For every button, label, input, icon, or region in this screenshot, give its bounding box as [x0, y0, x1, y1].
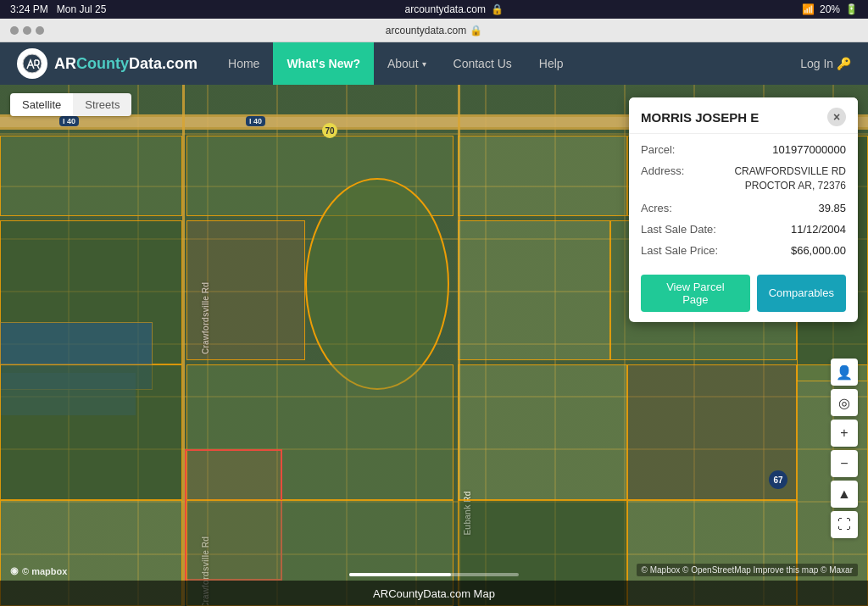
- nav-help[interactable]: Help: [526, 42, 577, 85]
- bottom-bar-text: ARCountyData.com Map: [373, 587, 495, 600]
- sale-price-value: $66,000.00: [791, 244, 846, 257]
- nav-items: Home What's New? About ▾ Contact Us Help: [214, 42, 800, 85]
- satellite-view-button[interactable]: Satellite: [10, 93, 73, 116]
- browser-url: arcountydata.com 🔒: [386, 25, 482, 36]
- battery-indicator: 20%: [820, 3, 840, 15]
- brand: ARCountyData.com: [17, 48, 198, 79]
- popup-acres-row: Acres: 39.85: [629, 197, 858, 219]
- route-70-shield: 70: [322, 123, 337, 138]
- fullscreen-button[interactable]: ⛶: [831, 511, 858, 538]
- field-4: [458, 136, 627, 216]
- navbar: ARCountyData.com Home What's New? About …: [0, 42, 868, 85]
- address-value: CRAWFORDSVILLE RDPROCTOR AR, 72376: [734, 164, 846, 193]
- sale-price-label: Last Sale Price:: [641, 244, 718, 257]
- address-label: Address:: [641, 164, 684, 177]
- popup-sale-date-row: Last Sale Date: 11/12/2004: [629, 219, 858, 240]
- field-7: [458, 220, 610, 360]
- status-indicators: 📶 20% 🔋: [802, 3, 858, 15]
- status-time-date: 3:24 PM Mon Jul 25: [10, 3, 106, 15]
- login-button[interactable]: Log In 🔑: [800, 57, 851, 70]
- field-l3: [458, 364, 627, 500]
- parcel-value: 101977000000: [772, 143, 846, 156]
- popup-sale-price-row: Last Sale Price: $66,000.00: [629, 240, 858, 261]
- view-toggle: Satellite Streets: [10, 93, 131, 116]
- map-container[interactable]: I 40 I 40 70 67 Crawfordsville Rd Eubank…: [0, 85, 868, 606]
- nav-contact[interactable]: Contact Us: [440, 42, 526, 85]
- bottom-bar: ARCountyData.com Map: [0, 581, 868, 606]
- ar-icon: [22, 53, 42, 74]
- popup-address-row: Address: CRAWFORDSVILLE RDPROCTOR AR, 72…: [629, 160, 858, 197]
- lock-icon: 🔒: [491, 3, 504, 15]
- nav-home[interactable]: Home: [214, 42, 273, 85]
- browser-url-bar: arcountydata.com 🔒: [405, 3, 504, 15]
- brand-logo: [17, 48, 47, 79]
- comparables-button[interactable]: Comparables: [757, 275, 846, 312]
- about-dropdown-arrow: ▾: [422, 59, 426, 69]
- parcel-popup: MORRIS JOSEPH E × Parcel: 101977000000 A…: [629, 97, 858, 322]
- popup-title: MORRIS JOSEPH E: [641, 110, 759, 125]
- browser-dot-1: [10, 26, 19, 35]
- route-67-shield: 67: [769, 470, 787, 489]
- person-view-button[interactable]: 👤: [831, 359, 858, 386]
- sale-date-value: 11/12/2004: [791, 223, 846, 236]
- url-display: arcountydata.com: [386, 25, 466, 36]
- north-button[interactable]: ▲: [831, 481, 858, 508]
- secure-icon: 🔒: [470, 25, 482, 36]
- acres-value: 39.85: [818, 202, 846, 214]
- mapbox-icon: ◉: [10, 565, 19, 576]
- status-bar: 3:24 PM Mon Jul 25 arcountydata.com 🔒 📶 …: [0, 0, 868, 19]
- nav-about[interactable]: About ▾: [374, 42, 440, 85]
- nav-right: Log In 🔑: [800, 57, 851, 70]
- popup-close-button[interactable]: ×: [827, 108, 846, 126]
- acres-label: Acres:: [641, 202, 672, 214]
- zoom-out-button[interactable]: −: [831, 450, 858, 477]
- popup-actions: View Parcel Page Comparables: [629, 266, 858, 322]
- browser-dot-3: [36, 26, 44, 35]
- zoom-slider: [349, 573, 519, 576]
- popup-body: Parcel: 101977000000 Address: CRAWFORDSV…: [629, 134, 858, 266]
- browser-bar: arcountydata.com 🔒: [0, 19, 868, 42]
- mapbox-logo: ◉ © mapbox: [10, 565, 67, 576]
- highway-shield-40-1: I 40: [59, 116, 79, 126]
- streets-view-button[interactable]: Streets: [73, 93, 131, 116]
- map-attribution: © Mapbox © OpenStreetMap Improve this ma…: [637, 564, 858, 576]
- field-1: [0, 136, 182, 216]
- field-6: [186, 220, 305, 360]
- map-controls: 👤 ◎ + − ▲ ⛶: [831, 359, 858, 538]
- zoom-in-button[interactable]: +: [831, 420, 858, 447]
- wifi-icon: 📶: [802, 3, 815, 15]
- parcel-label: Parcel:: [641, 143, 675, 156]
- oval-field: [305, 178, 449, 390]
- popup-header: MORRIS JOSEPH E ×: [629, 97, 858, 134]
- browser-dot-2: [23, 26, 31, 35]
- battery-icon: 🔋: [845, 3, 858, 15]
- locate-button[interactable]: ◎: [831, 389, 858, 416]
- highway-shield-40-2: I 40: [246, 116, 265, 126]
- nav-whats-new[interactable]: What's New?: [273, 42, 374, 85]
- view-parcel-page-button[interactable]: View Parcel Page: [641, 275, 750, 312]
- brand-name: ARCountyData.com: [54, 55, 198, 73]
- field-l1: [0, 364, 182, 500]
- popup-parcel-row: Parcel: 101977000000: [629, 139, 858, 160]
- zoom-slider-fill: [349, 573, 451, 576]
- sale-date-label: Last Sale Date:: [641, 223, 716, 236]
- url-text: arcountydata.com: [405, 3, 486, 15]
